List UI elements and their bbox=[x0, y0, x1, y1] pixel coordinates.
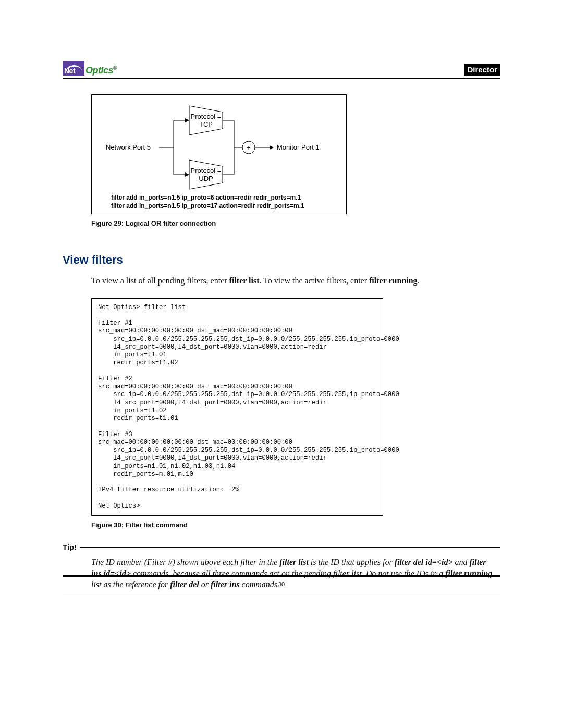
page-number: 30 bbox=[0, 581, 563, 587]
page-header: Net Optics® Director bbox=[63, 57, 500, 76]
logo-optics-text: Optics® bbox=[85, 66, 117, 76]
logo-net-text: Net bbox=[64, 67, 75, 75]
figure-29-caption: Figure 29: Logical OR filter connection bbox=[91, 219, 347, 227]
terminal-output: Net Optics> filter list Filter #1 src_ma… bbox=[98, 304, 376, 511]
tip-header: Tip! bbox=[63, 542, 500, 551]
tip-rule-top bbox=[80, 547, 500, 548]
section-heading-view-filters: View filters bbox=[63, 253, 500, 267]
diagram-svg: Network Port 5 Protocol = TCP Protocol = bbox=[91, 94, 347, 214]
monitor-port-label: Monitor Port 1 bbox=[277, 143, 320, 151]
header-divider bbox=[63, 78, 500, 79]
figure-29-diagram: Network Port 5 Protocol = TCP Protocol = bbox=[91, 94, 347, 214]
network-port-label: Network Port 5 bbox=[106, 143, 151, 151]
page: Net Optics® Director Network Port 5 bbox=[0, 0, 563, 728]
logo-swoosh-icon: Net bbox=[63, 61, 84, 76]
filter-list-terminal: Net Optics> filter list Filter #1 src_ma… bbox=[91, 298, 383, 516]
plus-combine-icon: + bbox=[247, 144, 251, 152]
protocol-tcp-line2: TCP bbox=[199, 120, 213, 128]
filter-cmd-2: filter add in_ports=n1.5 ip_proto=17 act… bbox=[111, 202, 304, 209]
figure-30-caption: Figure 30: Filter list command bbox=[91, 521, 500, 529]
figure-29: Network Port 5 Protocol = TCP Protocol = bbox=[91, 94, 347, 227]
netoptics-logo: Net Optics® bbox=[63, 61, 117, 76]
footer-divider bbox=[63, 575, 500, 577]
view-filters-intro: To view a list of all pending filters, e… bbox=[91, 275, 500, 287]
protocol-tcp-line1: Protocol = bbox=[191, 113, 222, 120]
protocol-udp-line1: Protocol = bbox=[191, 167, 222, 175]
tip-label: Tip! bbox=[63, 542, 80, 551]
svg-marker-4 bbox=[185, 118, 189, 122]
svg-marker-15 bbox=[270, 145, 274, 150]
svg-marker-6 bbox=[185, 172, 189, 177]
filter-cmd-1: filter add in_ports=n1.5 ip_proto=6 acti… bbox=[111, 194, 301, 201]
director-badge: Director bbox=[464, 64, 500, 76]
tip-rule-bottom bbox=[63, 596, 500, 596]
protocol-udp-line2: UDP bbox=[199, 175, 213, 182]
